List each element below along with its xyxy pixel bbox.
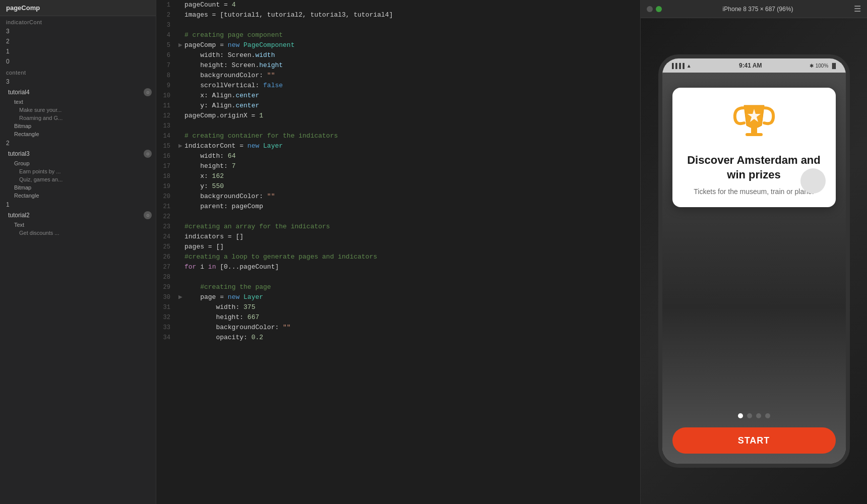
line-content: #creating the page (184, 282, 640, 292)
window-controls (647, 6, 662, 12)
code-line: 31 width: 375 (156, 302, 640, 312)
line-arrow: ▶ (176, 141, 184, 151)
code-line: 27for i in [0...pageCount] (156, 262, 640, 272)
earn-points-item[interactable]: Earn points by ... (0, 167, 156, 175)
line-content: y: Align.center (184, 101, 640, 111)
line-number: 32 (156, 312, 176, 323)
rectangle-item-1[interactable]: Rectangle (0, 130, 156, 138)
text-sub-item-2[interactable]: Text (0, 221, 156, 229)
indicator-dot-1[interactable] (747, 413, 752, 418)
status-left: ▐▐▐▐ ▲ (670, 63, 692, 69)
code-line: 12pageComp.originX = 1 (156, 111, 640, 121)
section2-num: 2 (0, 138, 156, 148)
line-content: pageComp = new PageComponent (184, 40, 640, 50)
wifi-icon: ▲ (687, 63, 692, 69)
code-line: 30▶ page = new Layer (156, 292, 640, 302)
line-arrow: ▶ (176, 40, 184, 50)
code-line: 11 y: Align.center (156, 101, 640, 111)
code-editor: 1pageCount = 42images = [tutorial1, tuto… (156, 0, 640, 504)
tutorial3-icon: ⊙ (144, 150, 152, 158)
line-number: 2 (156, 10, 176, 20)
line-number: 19 (156, 181, 176, 192)
line-content: scrollVertical: false (184, 81, 640, 91)
line-content: height: 667 (184, 312, 640, 323)
phone-content: Discover Amsterdam and win prizes Ticket… (662, 73, 846, 464)
phone-preview: iPhone 8 375 × 687 (96%) ☰ ▐▐▐▐ ▲ 9:41 A… (640, 0, 867, 504)
code-line: 1pageCount = 4 (156, 0, 640, 10)
line-content: x: 162 (184, 171, 640, 181)
menu-icon[interactable]: ☰ (854, 4, 861, 14)
line-number: 5 (156, 40, 176, 50)
text-sub-item[interactable]: text (0, 98, 156, 106)
line-content: width: Screen.width (184, 50, 640, 60)
start-button[interactable]: START (672, 427, 836, 454)
line-number: 4 (156, 30, 176, 40)
num-1: 1 (0, 46, 156, 56)
line-content: page = new Layer (184, 292, 640, 302)
tutorial2-item[interactable]: tutorial2 ⊙ (0, 210, 156, 221)
code-line: 8 backgroundColor: "" (156, 71, 640, 81)
status-right: ✱ 100% ▐▌ (810, 63, 838, 69)
num-3: 3 (0, 26, 156, 36)
code-line: 34 opacity: 0.2 (156, 333, 640, 343)
status-time: 9:41 AM (739, 62, 762, 69)
indicator-dot-2[interactable] (756, 413, 761, 418)
battery-icon: ▐▌ (830, 63, 837, 69)
line-number: 21 (156, 202, 176, 212)
tutorial4-item[interactable]: tutorial4 ⊙ (0, 87, 156, 98)
line-number: 26 (156, 252, 176, 262)
quiz-games-item[interactable]: Quiz, games an... (0, 175, 156, 183)
line-content: height: Screen.height (184, 60, 640, 71)
rectangle-item-2[interactable]: Rectangle (0, 192, 156, 200)
code-line: 29 #creating the page (156, 282, 640, 292)
make-sure-item[interactable]: Make sure your... (0, 106, 156, 114)
signal-bars: ▐▐▐▐ (670, 63, 685, 69)
line-number: 6 (156, 50, 176, 60)
sidebar-title: pageComp (0, 0, 156, 16)
code-line: 15▶indicatorCont = new Layer (156, 141, 640, 151)
group-sub-item[interactable]: Group (0, 159, 156, 167)
tutorial3-item[interactable]: tutorial3 ⊙ (0, 148, 156, 159)
bitmap-item-1[interactable]: Bitmap (0, 122, 156, 130)
code-line: 16 width: 64 (156, 151, 640, 161)
line-content: y: 550 (184, 181, 640, 192)
line-number: 34 (156, 333, 176, 343)
num-2: 2 (0, 36, 156, 46)
tutorial3-label: tutorial3 (8, 150, 142, 157)
code-line: 14# creating container for the indicator… (156, 131, 640, 141)
phone-frame: ▐▐▐▐ ▲ 9:41 AM ✱ 100% ▐▌ (658, 54, 850, 468)
get-discounts-item[interactable]: Get discounts ... (0, 229, 156, 237)
line-arrow: ▶ (176, 292, 184, 302)
num-0: 0 (0, 56, 156, 67)
line-number: 31 (156, 302, 176, 312)
line-content: for i in [0...pageCount] (184, 262, 640, 272)
indicator-dot-3[interactable] (765, 413, 770, 418)
code-line: 10 x: Align.center (156, 91, 640, 101)
code-line: 13 (156, 121, 640, 131)
code-line: 7 height: Screen.height (156, 60, 640, 71)
content-label: content (0, 67, 156, 77)
line-number: 29 (156, 282, 176, 292)
indicator-dot-0[interactable] (738, 413, 743, 418)
line-content: pageComp.originX = 1 (184, 111, 640, 121)
line-number: 7 (156, 60, 176, 71)
bitmap-item-2[interactable]: Bitmap (0, 183, 156, 192)
line-number: 22 (156, 212, 176, 222)
code-line: 9 scrollVertical: false (156, 81, 640, 91)
maximize-dot[interactable] (656, 6, 662, 12)
line-content: parent: pageComp (184, 202, 640, 212)
line-number: 18 (156, 171, 176, 181)
line-content: x: Align.center (184, 91, 640, 101)
line-content: height: 7 (184, 161, 640, 171)
line-content: # creating page component (184, 30, 640, 40)
roaming-item[interactable]: Roaming and G... (0, 114, 156, 122)
line-content: width: 64 (184, 151, 640, 161)
line-number: 3 (156, 20, 176, 30)
line-number: 23 (156, 222, 176, 232)
code-line: 22 (156, 212, 640, 222)
content-num-3: 3 (0, 77, 156, 87)
close-dot[interactable] (647, 6, 653, 12)
page-indicators (662, 413, 846, 418)
sidebar: pageComp indicatorCont 3 2 1 0 content 3… (0, 0, 156, 504)
line-number: 30 (156, 292, 176, 302)
